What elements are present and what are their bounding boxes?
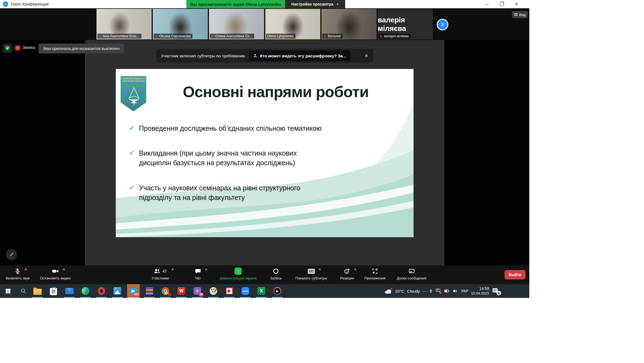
- photo-viewer-icon: [226, 287, 233, 295]
- active-indicator: [272, 297, 283, 298]
- taskbar-wps-office[interactable]: W: [175, 284, 188, 298]
- chevron-up-icon[interactable]: ^: [25, 268, 27, 272]
- active-indicator: [144, 297, 155, 298]
- participants-button[interactable]: 47 ^ Участники: [152, 268, 169, 280]
- taskbar-winrar[interactable]: [143, 284, 156, 298]
- tray-weather-condition[interactable]: Cloudy: [407, 289, 420, 293]
- close-button[interactable]: ✕: [510, 0, 523, 8]
- search-button[interactable]: [17, 284, 30, 298]
- chevron-up-icon[interactable]: ^: [318, 268, 321, 272]
- video-tile[interactable]: Оксана Сергєєнкова: [153, 9, 208, 39]
- notification-center-button[interactable]: 1: [492, 288, 499, 294]
- chat-button[interactable]: ^ Чат: [195, 268, 201, 280]
- taskbar-opera[interactable]: [95, 284, 108, 298]
- restore-button[interactable]: [495, 0, 508, 8]
- whiteboard-button[interactable]: Доски сообщений: [397, 268, 426, 280]
- weather-cloud-icon[interactable]: [384, 288, 392, 294]
- leave-meeting-button[interactable]: Выйти: [505, 270, 525, 279]
- tray-battery-icon[interactable]: [444, 289, 450, 293]
- start-button[interactable]: [2, 284, 14, 298]
- video-tile[interactable]: Олена Анатоліївна Со...: [209, 9, 264, 39]
- tray-expand-chevron[interactable]: ︿: [423, 289, 426, 293]
- taskbar-file-explorer[interactable]: [31, 284, 44, 298]
- taskbar-ms-store[interactable]: [47, 284, 60, 298]
- active-indicator: [32, 297, 43, 298]
- record-button[interactable]: Запись: [270, 268, 282, 280]
- participant-name: Виталий: [328, 34, 341, 38]
- chevron-up-icon[interactable]: ^: [63, 268, 65, 272]
- tray-volume-icon[interactable]: [453, 289, 458, 293]
- cast-alert-dot: [439, 292, 442, 294]
- taskbar-edge[interactable]: [79, 284, 92, 298]
- tray-language[interactable]: УКР: [461, 289, 468, 293]
- view-layout-button[interactable]: Вид: [512, 11, 528, 18]
- person-icon: [253, 53, 258, 58]
- annotate-button[interactable]: [6, 249, 17, 260]
- taskbar-excel[interactable]: X: [255, 284, 268, 298]
- meeting-toolbar: ^ Включить звук ^ Остановить видео 47 ^ …: [0, 265, 529, 284]
- taskbar-paint[interactable]: [207, 284, 220, 298]
- video-tile[interactable]: Виталий: [321, 9, 377, 39]
- taskbar-media-player[interactable]: ▶: [271, 284, 284, 298]
- show-captions-button[interactable]: CC ^ Показать субтитры: [295, 268, 327, 280]
- chevron-up-icon[interactable]: ^: [354, 268, 356, 272]
- wps-office-icon: W: [178, 287, 185, 295]
- excel-icon: X: [257, 287, 265, 295]
- chrome-badge: [168, 293, 171, 296]
- chevron-up-icon[interactable]: ^: [171, 268, 174, 272]
- caption-permission-button[interactable]: Кто может видеть эту расшифровку? За...: [249, 50, 350, 61]
- toast-close-icon[interactable]: ✕: [365, 53, 368, 58]
- shield-check-icon: [4, 45, 10, 51]
- avatar-name: валерія міляєва: [378, 16, 433, 33]
- slide-bullet: ✓ Викладання (при цьому значна частина н…: [129, 148, 322, 167]
- taskbar-chrome[interactable]: [159, 284, 172, 298]
- taskbar-mail[interactable]: [63, 284, 76, 298]
- view-settings-dropdown[interactable]: Настройки просмотра ▼: [285, 0, 345, 8]
- next-participants-page-button[interactable]: [437, 19, 448, 30]
- tray-cast-icon[interactable]: [436, 288, 441, 294]
- participant-name: Olena Lytvynenko: [267, 34, 294, 38]
- whiteboard-icon: [408, 268, 415, 274]
- taskbar-photo-viewer[interactable]: [223, 284, 236, 298]
- slide-bullet: ✓ Участь у наукових семінарах на рівні с…: [129, 183, 322, 202]
- original-sound-status-pill[interactable]: Звук оригинала для музыкантов выключен: [39, 44, 124, 54]
- participant-name: Олена Анатоліївна Со...: [215, 34, 252, 38]
- paint-icon: [210, 287, 217, 295]
- file-explorer-icon: [33, 289, 42, 295]
- unmute-button[interactable]: ^ Включить звук: [6, 268, 30, 280]
- reactions-button[interactable]: ^ Реакции: [340, 268, 354, 280]
- video-tile-avatar[interactable]: валерія міляєва валерія міляєва: [378, 9, 433, 39]
- zoom-window: zm Zoom Конференция Вы просматриваете эк…: [0, 0, 529, 298]
- active-indicator: [128, 297, 139, 298]
- muted-mic-icon: [380, 35, 383, 38]
- share-screen-button[interactable]: ↑ Демонстрация экрана: [220, 268, 257, 280]
- check-icon: ✓: [129, 124, 135, 132]
- presentation-slide: Київський університет імені Бориса Грінч…: [116, 69, 414, 237]
- edge-browser-icon: [82, 287, 89, 295]
- participants-count: 47: [162, 269, 167, 273]
- participants-video-strip: Інна Анатоліївна Влас... Оксана Сергєєнк…: [0, 8, 529, 40]
- title-bar: zm Zoom Конференция Вы просматриваете эк…: [0, 0, 529, 8]
- video-tile[interactable]: Інна Анатоліївна Влас...: [96, 9, 152, 39]
- tray-clock[interactable]: 14:59 10.04.2023: [471, 286, 489, 296]
- active-indicator: [96, 297, 107, 298]
- active-indicator: [256, 297, 267, 298]
- stop-video-button[interactable]: ^ Остановить видео: [40, 268, 71, 280]
- toast-message: Участник включил субтитры по требованию: [161, 54, 245, 58]
- chevron-up-icon[interactable]: ^: [205, 268, 207, 272]
- restore-icon: [500, 2, 503, 6]
- taskbar-telegram[interactable]: 663: [127, 284, 140, 298]
- taskbar-photos[interactable]: [111, 284, 124, 298]
- tray-mic-icon[interactable]: [429, 289, 433, 293]
- minimize-button[interactable]: —: [480, 0, 493, 8]
- check-icon: ✓: [129, 183, 135, 192]
- apps-button[interactable]: Приложения: [364, 268, 385, 280]
- video-tile-active-speaker[interactable]: Olena Lytvynenko: [265, 9, 320, 39]
- chevron-down-icon: ▼: [336, 3, 339, 6]
- taskbar-zoom[interactable]: zoom: [239, 284, 252, 298]
- tray-temperature[interactable]: 10°C: [395, 289, 404, 293]
- active-indicator: [208, 297, 219, 298]
- recording-indicator-dot: [15, 46, 20, 50]
- taskbar-viber[interactable]: ✆ 39: [191, 284, 204, 298]
- slide-title: Основні напрями роботи: [138, 83, 414, 101]
